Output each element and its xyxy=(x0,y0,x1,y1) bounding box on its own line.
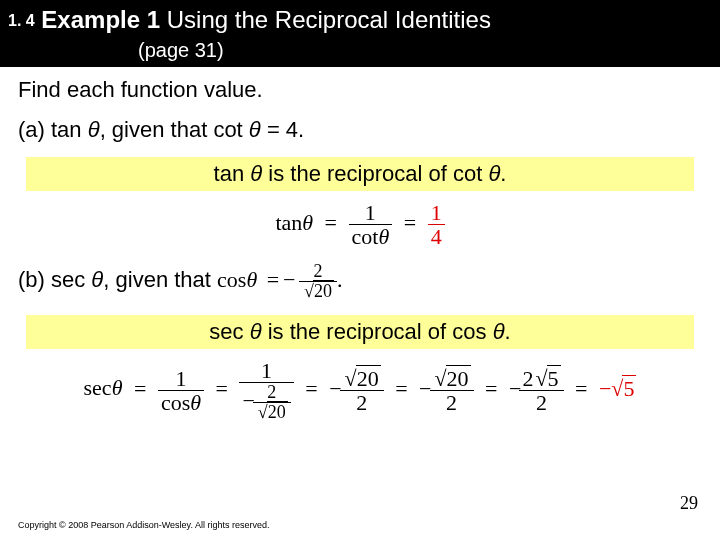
part-a-highlight: tan θ is the reciprocal of cot θ. xyxy=(26,157,694,191)
frac-one-quarter: 1 4 xyxy=(428,201,445,248)
part-a-equation: tanθ = 1 cotθ = 1 4 xyxy=(18,201,702,248)
subtitle: (page 31) xyxy=(8,37,708,63)
part-a-prompt: (a) tan θ, given that cot θ = 4. xyxy=(18,117,702,143)
title-rest: Using the Reciprocal Identities xyxy=(160,6,491,33)
frac-1-over-cot: 1 cotθ xyxy=(349,201,393,248)
part-b-given-expr: cosθ =− 2 20 . xyxy=(217,267,342,292)
copyright: Copyright © 2008 Pearson Addison-Wesley.… xyxy=(18,520,269,530)
part-b-highlight: sec θ is the reciprocal of cos θ. xyxy=(26,315,694,349)
title-prefix: Example 1 xyxy=(41,6,160,33)
section-number: 1. 4 xyxy=(8,12,35,29)
part-b-prompt: (b) sec θ, given that cosθ =− 2 20 . xyxy=(18,262,702,301)
content-area: Find each function value. (a) tan θ, giv… xyxy=(0,67,720,422)
title-row: 1. 4 Example 1 Using the Reciprocal Iden… xyxy=(8,4,708,35)
title-bar: 1. 4 Example 1 Using the Reciprocal Iden… xyxy=(0,0,720,67)
part-b-equation: secθ = 1 cosθ = 1 −220 = − 20 2 = − 20 2… xyxy=(18,359,702,422)
part-b-result: −5 xyxy=(599,376,637,401)
page-number: 29 xyxy=(680,493,698,514)
instruction: Find each function value. xyxy=(18,77,702,103)
